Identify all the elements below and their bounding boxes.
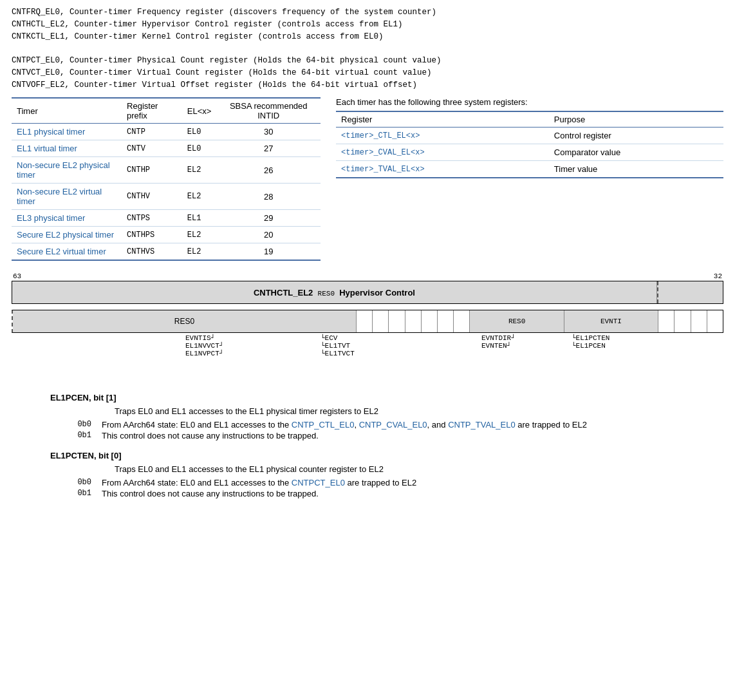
link-cntpct-el0[interactable]: CNTPCT_EL0 <box>292 478 345 487</box>
cell-timer: Non-secure EL2 physical timer <box>12 157 122 184</box>
annotation-el1pcen: └EL1PCEN <box>572 342 609 350</box>
annotation-el1nvpct: EL1NVPCT┘ <box>185 350 223 357</box>
timer-table-wrap: Timer Register prefix EL<x> SBSA recomme… <box>12 97 321 261</box>
link-cntp-cval-el0[interactable]: CNTP_CVAL_EL0 <box>359 420 427 430</box>
reg-cell-13 <box>422 310 438 332</box>
cell-intid: 29 <box>216 210 321 227</box>
reg-cell-14 <box>405 310 422 332</box>
link-cntp-tval-el0[interactable]: CNTP_TVAL_EL0 <box>448 420 516 430</box>
main-section: Timer Register prefix EL<x> SBSA recomme… <box>12 97 723 261</box>
el1pcen-intro: Traps EL0 and EL1 accesses to the EL1 ph… <box>115 406 723 416</box>
el1pcen-row-0b1: 0b1 This control does not cause any inst… <box>12 431 723 440</box>
annotation-evntis-group: EVNTIS┘ EL1NVVCT┘ EL1NVPCT┘ <box>185 334 223 357</box>
timer-link[interactable]: EL1 virtual timer <box>17 144 77 153</box>
cell-timer: EL1 physical timer <box>12 124 122 140</box>
annotation-el1tvct: └EL1TVCT <box>321 350 355 357</box>
cell-el: EL2 <box>182 184 217 210</box>
el1pcen-code-0b1: 0b1 <box>12 431 102 440</box>
annotation-el1nvvct: EL1NVVCT┘ <box>185 342 223 350</box>
table-row: EL3 physical timerCNTPSEL129 <box>12 210 321 227</box>
timer-link[interactable]: Secure EL2 virtual timer <box>17 247 106 256</box>
timer-link[interactable]: Non-secure EL2 virtual timer <box>17 187 102 206</box>
reg-cell-res0-left: RES0 <box>13 310 357 332</box>
reg-cell-2 <box>675 310 691 332</box>
cell-timer: Secure EL2 physical timer <box>12 227 122 243</box>
annotation-evntdir: EVNTDIR┘ <box>481 334 516 342</box>
register-row1: CNTHCTL_EL2 RES0 Hypervisor Control <box>12 281 723 304</box>
cell-el: EL2 <box>182 227 217 243</box>
cell-el: EL2 <box>182 243 217 261</box>
bit-label-32: 32 <box>714 272 722 280</box>
reg-table: Register Purpose <timer>_CTL_EL<x>Contro… <box>336 111 723 178</box>
th-register: Register <box>336 111 549 128</box>
table-row: Non-secure EL2 virtual timerCNTHVEL228 <box>12 184 321 210</box>
el1pcten-title: EL1PCTEN, bit [0] <box>50 451 723 460</box>
cell-reg: <timer>_TVAL_EL<x> <box>336 161 549 178</box>
reg-cell-dashed <box>657 281 723 303</box>
cell-prefix: CNTPS <box>122 210 182 227</box>
el1pcten-text-0b0: From AArch64 state: EL0 and EL1 accesses… <box>102 478 723 487</box>
annotation-evnten: EVNTEN┘ <box>481 342 516 350</box>
timer-link[interactable]: Non-secure EL2 physical timer <box>17 160 110 180</box>
cell-prefix: CNTHV <box>122 184 182 210</box>
table-row: Secure EL2 physical timerCNTHPSEL220 <box>12 227 321 243</box>
cell-prefix: CNTHP <box>122 157 182 184</box>
reg-table-wrap: Each timer has the following three syste… <box>336 97 723 261</box>
cell-timer: EL1 virtual timer <box>12 140 122 157</box>
cell-prefix: CNTHPS <box>122 227 182 243</box>
annotation-evntis: EVNTIS┘ <box>185 334 223 342</box>
cell-el: EL0 <box>182 140 217 157</box>
link-cntp-ctl-el0[interactable]: CNTP_CTL_EL0 <box>292 420 355 430</box>
reg-cell-11 <box>454 310 470 332</box>
diagram-row2-outer: 31 0 RES0 RES0 EVNTI <box>12 309 723 383</box>
annotation-ecv: └ECV <box>321 334 355 342</box>
timer-link[interactable]: EL1 physical timer <box>17 127 85 137</box>
annotation-evntdir-group: EVNTDIR┘ EVNTEN┘ <box>481 334 516 350</box>
reg-cell-res0-mid: RES0 <box>470 310 564 332</box>
code-line-blank <box>12 43 723 55</box>
el1pcten-text-0b1: This control does not cause any instruct… <box>102 489 723 498</box>
annotation-el1pcten-group: └EL1PCTEN └EL1PCEN <box>572 334 609 350</box>
cell-prefix: CNTP <box>122 124 182 140</box>
timer-link[interactable]: Secure EL2 physical timer <box>17 230 114 240</box>
cell-timer: EL3 physical timer <box>12 210 122 227</box>
cell-intid: 19 <box>216 243 321 261</box>
code-line-3: CNTKCTL_EL1, Counter-timer Kernel Contro… <box>12 31 723 43</box>
table-row: EL1 virtual timerCNTVEL027 <box>12 140 321 157</box>
reg-cell-0 <box>707 310 723 332</box>
th-prefix: Register prefix <box>122 98 182 124</box>
bit-descriptions: EL1PCEN, bit [1] Traps EL0 and EL1 acces… <box>12 393 723 498</box>
cell-intid: 26 <box>216 157 321 184</box>
code-line-5: CNTVCT_EL0, Counter-timer Virtual Count … <box>12 67 723 79</box>
table-row: <timer>_CTL_EL<x>Control register <box>336 128 723 144</box>
cell-timer: Non-secure EL2 virtual timer <box>12 184 122 210</box>
cell-intid: 30 <box>216 124 321 140</box>
reg-cell-17 <box>357 310 373 332</box>
code-block-top: CNTFRQ_EL0, Counter-timer Frequency regi… <box>12 6 723 91</box>
th-el: EL<x> <box>182 98 217 124</box>
el1pcen-row-0b0: 0b0 From AArch64 state: EL0 and EL1 acce… <box>12 420 723 430</box>
el1pcen-title: EL1PCEN, bit [1] <box>50 393 723 402</box>
annotation-ecv-group: └ECV └EL1TVT └EL1TVCT <box>321 334 355 357</box>
table-row: <timer>_CVAL_EL<x>Comparator value <box>336 144 723 161</box>
el1pcen-text-0b0: From AArch64 state: EL0 and EL1 accesses… <box>102 420 723 430</box>
cell-reg: <timer>_CVAL_EL<x> <box>336 144 549 161</box>
reg-cell-12 <box>438 310 454 332</box>
cell-prefix: CNTHVS <box>122 243 182 261</box>
cell-intid: 27 <box>216 140 321 157</box>
cell-timer: Secure EL2 virtual timer <box>12 243 122 261</box>
el1pcten-code-0b1: 0b1 <box>12 489 102 498</box>
reg-cell-3 <box>658 310 675 332</box>
cell-el: EL2 <box>182 157 217 184</box>
timer-link[interactable]: EL3 physical timer <box>17 213 85 223</box>
el1pcten-table: 0b0 From AArch64 state: EL0 and EL1 acce… <box>12 478 723 498</box>
cell-purpose: Comparator value <box>549 144 723 161</box>
table-row: EL1 physical timerCNTPEL030 <box>12 124 321 140</box>
code-line-2: CNTHCTL_EL2, Counter-timer Hypervisor Co… <box>12 19 723 31</box>
reg-cell-16 <box>373 310 389 332</box>
el1pcten-section: EL1PCTEN, bit [0] Traps EL0 and EL1 acce… <box>12 451 723 498</box>
table-row: Non-secure EL2 physical timerCNTHPEL226 <box>12 157 321 184</box>
cell-el: EL1 <box>182 210 217 227</box>
annotations-area: EVNTIS┘ EL1NVVCT┘ EL1NVPCT┘ └ECV └EL1TVT… <box>12 334 723 383</box>
cell-reg: <timer>_CTL_EL<x> <box>336 128 549 144</box>
